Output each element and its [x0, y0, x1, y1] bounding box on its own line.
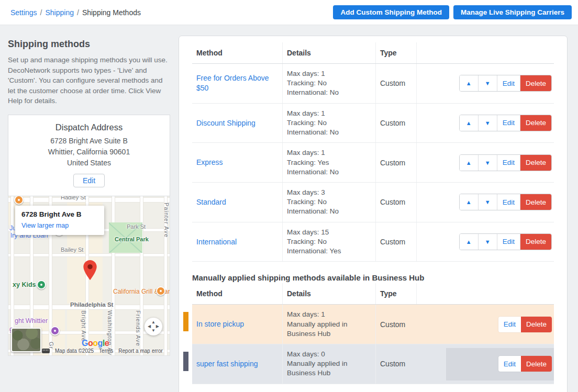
street-label-bailey: Bailey St: [61, 247, 83, 253]
move-up-button[interactable]: ▲: [460, 234, 479, 250]
dispatch-address-card: Dispatch Address 6728 Bright Ave Suite B…: [8, 115, 170, 196]
move-down-button[interactable]: ▼: [479, 155, 497, 171]
detail-line: Max days: 1: [287, 69, 369, 79]
column-header-method: Method: [192, 42, 282, 63]
dispatch-address-line: United States: [14, 158, 164, 169]
move-up-button[interactable]: ▲: [460, 75, 479, 91]
detail-line: International: No: [287, 207, 369, 216]
breadcrumb: Settings / Shipping / Shipping Methods: [10, 8, 141, 17]
method-link[interactable]: In store pickup: [196, 319, 276, 329]
breadcrumb-settings-link[interactable]: Settings: [10, 8, 37, 17]
restaurant-poi-icon[interactable]: [14, 196, 24, 205]
edit-button[interactable]: Edit: [497, 75, 520, 91]
detail-line: Max days: 1: [287, 109, 369, 118]
column-header-method: Method: [192, 283, 282, 304]
dispatch-address-line: Whittier, California 90601: [14, 147, 164, 158]
detail-line: Manually applied in Business Hub: [287, 320, 369, 339]
table-row-inactive: super fast shipping Max days: 0 Manually…: [192, 344, 554, 384]
street-label-friends-ave: Friends Ave: [135, 310, 141, 346]
street-label-bright-ave: Bright Ave: [81, 310, 87, 342]
top-bar: Settings / Shipping / Shipping Methods A…: [0, 0, 578, 25]
keyboard-shortcuts-icon[interactable]: [42, 349, 50, 353]
move-down-button[interactable]: ▼: [479, 75, 497, 91]
street-label-park-st: Park St: [127, 223, 146, 230]
street-label-painter-ave: Painter Ave: [163, 203, 170, 238]
satellite-view-thumbnail[interactable]: [11, 328, 41, 352]
move-up-button[interactable]: ▲: [460, 115, 479, 131]
detail-line: Tracking: No: [287, 118, 369, 128]
map-data-attribution: Map data ©2025: [55, 348, 94, 354]
edit-dispatch-address-button[interactable]: Edit: [73, 174, 105, 187]
method-link[interactable]: Standard: [196, 197, 276, 207]
park-poi-icon[interactable]: [37, 280, 46, 289]
move-down-button[interactable]: ▼: [479, 115, 497, 131]
table-row: Standard Max days: 3 Tracking: No Intern…: [192, 183, 554, 222]
detail-line: Tracking: No: [287, 79, 369, 88]
type-value: Custom: [380, 119, 410, 127]
table-header: Method Details Type: [192, 283, 554, 305]
column-header-actions: [416, 283, 554, 304]
move-down-button[interactable]: ▼: [479, 234, 497, 250]
delete-button[interactable]: Delete: [521, 356, 552, 372]
table-row-business-hub-only: In store pickup Max days: 1 Manually app…: [192, 305, 554, 344]
detail-line: Max days: 0: [287, 350, 369, 359]
manage-live-shipping-carriers-button[interactable]: Manage Live Shipping Carriers: [453, 5, 572, 19]
delete-button[interactable]: Delete: [520, 115, 551, 131]
add-custom-shipping-method-button[interactable]: Add Custom Shipping Method: [333, 5, 449, 19]
edit-button[interactable]: Edit: [498, 317, 521, 332]
method-link[interactable]: Discount Shipping: [196, 118, 276, 128]
page-title: Shipping methods: [8, 39, 170, 50]
method-link[interactable]: Free for Orders Above $50: [196, 73, 276, 93]
edit-button[interactable]: Edit: [497, 194, 520, 210]
edit-button[interactable]: Edit: [497, 115, 520, 131]
delete-button[interactable]: Delete: [520, 75, 551, 91]
edit-button[interactable]: Edit: [497, 234, 520, 250]
delete-button[interactable]: Delete: [520, 194, 551, 210]
breadcrumb-shipping-link[interactable]: Shipping: [45, 8, 74, 17]
column-header-type: Type: [375, 283, 416, 304]
method-link[interactable]: Express: [196, 158, 276, 167]
type-value: Custom: [380, 79, 410, 87]
method-link[interactable]: International: [196, 237, 276, 247]
method-link[interactable]: super fast shipping: [196, 359, 276, 369]
type-value: Custom: [380, 320, 410, 329]
detail-line: International: No: [287, 128, 369, 137]
table-row: Discount Shipping Max days: 1 Tracking: …: [192, 104, 554, 143]
table-row: Express Max days: 1 Tracking: Yes Intern…: [192, 143, 554, 183]
delete-button[interactable]: Delete: [521, 317, 552, 332]
street-label-philadelphia: Philadelphia St: [70, 301, 113, 308]
restaurant-poi-icon[interactable]: [156, 286, 165, 296]
info-window-title: 6728 Bright Ave B: [21, 210, 98, 218]
delete-button[interactable]: Delete: [520, 234, 551, 250]
cinema-poi-icon[interactable]: [50, 326, 60, 335]
detail-line: Max days: 15: [287, 228, 369, 237]
detail-line: Tracking: No: [287, 197, 369, 207]
detail-line: Manually applied in Business Hub: [287, 359, 369, 378]
map-marker-icon[interactable]: [83, 260, 97, 282]
move-up-button[interactable]: ▲: [460, 155, 479, 171]
breadcrumb-current: Shipping Methods: [82, 8, 141, 17]
table-header: Method Details Type: [192, 42, 554, 64]
move-down-button[interactable]: ▼: [479, 194, 497, 210]
business-hub-section-title: Manually applied shipping methods availa…: [192, 273, 554, 282]
breadcrumb-separator: /: [40, 8, 42, 17]
dispatch-address-title: Dispatch Address: [14, 122, 164, 132]
edit-button[interactable]: Edit: [497, 155, 520, 171]
view-larger-map-link[interactable]: View larger map: [21, 222, 69, 229]
edit-button[interactable]: Edit: [498, 356, 521, 372]
type-value: Custom: [380, 360, 410, 368]
pan-control[interactable]: ▲▼◀▶: [144, 318, 162, 335]
report-map-error-link[interactable]: Report a map error: [118, 348, 162, 354]
delete-button[interactable]: Delete: [520, 155, 551, 171]
sidebar: Shipping methods Set up and manage shipp…: [8, 36, 170, 356]
detail-line: International: Yes: [287, 247, 369, 256]
detail-line: Max days: 1: [287, 148, 369, 158]
detail-line: Max days: 3: [287, 188, 369, 197]
move-up-button[interactable]: ▲: [460, 194, 479, 210]
breadcrumb-separator: /: [77, 8, 79, 17]
google-map[interactable]: Hadley St Park St Central Park Bailey St…: [8, 196, 170, 356]
column-header-details: Details: [282, 42, 375, 63]
poi-label-central-park: Central Park: [115, 236, 149, 242]
terms-link[interactable]: Terms: [99, 348, 113, 354]
detail-line: Tracking: Yes: [287, 158, 369, 167]
